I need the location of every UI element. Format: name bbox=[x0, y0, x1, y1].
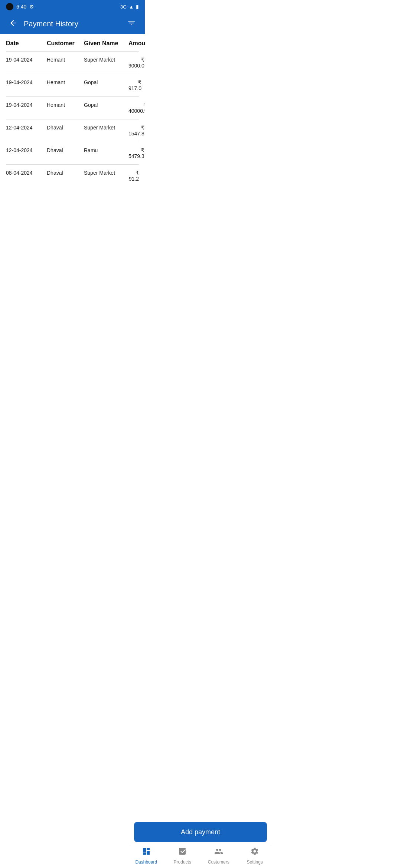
table-row: 12-04-2024 Dhaval Super Market ₹ 1547.8 bbox=[6, 119, 139, 142]
cell-amount: ₹ 917.0 bbox=[128, 79, 141, 91]
battery-icon: ▮ bbox=[136, 4, 139, 10]
cell-date: 12-04-2024 bbox=[6, 125, 47, 137]
table-row: 19-04-2024 Hemant Super Market ₹ 9000.0 bbox=[6, 51, 139, 74]
col-header-amount: Amount bbox=[128, 40, 145, 47]
filter-button[interactable] bbox=[124, 16, 139, 32]
cell-customer: Dhaval bbox=[47, 147, 84, 159]
status-left: 6:40 ⚙ bbox=[6, 3, 34, 10]
cell-customer: Hemant bbox=[47, 102, 84, 114]
cell-givenname: Super Market bbox=[84, 57, 128, 69]
cell-customer: Dhaval bbox=[47, 125, 84, 137]
page-title: Payment History bbox=[24, 20, 78, 28]
cell-date: 12-04-2024 bbox=[6, 147, 47, 159]
cell-givenname: Gopal bbox=[84, 102, 128, 114]
table-header: Date Customer Given Name Amount bbox=[6, 34, 139, 51]
col-header-date: Date bbox=[6, 40, 47, 47]
cell-amount: ₹ 1547.8 bbox=[128, 125, 144, 137]
network-label: 3G bbox=[120, 4, 127, 10]
cell-date: 19-04-2024 bbox=[6, 79, 47, 91]
cell-customer: Hemant bbox=[47, 57, 84, 69]
cell-date: 19-04-2024 bbox=[6, 102, 47, 114]
table-row: 19-04-2024 Hemant Gopal ₹ 917.0 bbox=[6, 74, 139, 96]
cell-givenname: Super Market bbox=[84, 125, 128, 137]
status-time: 6:40 bbox=[16, 4, 26, 10]
cell-givenname: Gopal bbox=[84, 79, 128, 91]
settings-icon: ⚙ bbox=[29, 4, 34, 10]
back-button[interactable] bbox=[6, 16, 21, 32]
cell-customer: Dhaval bbox=[47, 170, 84, 182]
app-bar: Payment History bbox=[0, 13, 145, 34]
table-row: 12-04-2024 Dhaval Ramu ₹ 5479.3 bbox=[6, 142, 139, 164]
cell-givenname: Super Market bbox=[84, 170, 128, 182]
cell-givenname: Ramu bbox=[84, 147, 128, 159]
table-row: 19-04-2024 Hemant Gopal ₹ 40000.5 bbox=[6, 96, 139, 119]
table-row: 08-04-2024 Dhaval Super Market ₹ 91.2 bbox=[6, 164, 139, 187]
cell-amount: ₹ 91.2 bbox=[128, 170, 139, 182]
main-content: Date Customer Given Name Amount 19-04-20… bbox=[0, 34, 145, 224]
signal-icon: ▲ bbox=[129, 4, 134, 10]
cell-amount: ₹ 9000.0 bbox=[128, 57, 144, 69]
status-right: 3G ▲ ▮ bbox=[120, 4, 139, 10]
cell-amount: ₹ 40000.5 bbox=[128, 102, 145, 114]
camera-icon bbox=[6, 3, 13, 10]
status-bar: 6:40 ⚙ 3G ▲ ▮ bbox=[0, 0, 145, 13]
col-header-customer: Customer bbox=[47, 40, 84, 47]
cell-date: 08-04-2024 bbox=[6, 170, 47, 182]
app-bar-left: Payment History bbox=[6, 16, 78, 32]
cell-date: 19-04-2024 bbox=[6, 57, 47, 69]
col-header-givenname: Given Name bbox=[84, 40, 128, 47]
cell-amount: ₹ 5479.3 bbox=[128, 147, 144, 159]
cell-customer: Hemant bbox=[47, 79, 84, 91]
